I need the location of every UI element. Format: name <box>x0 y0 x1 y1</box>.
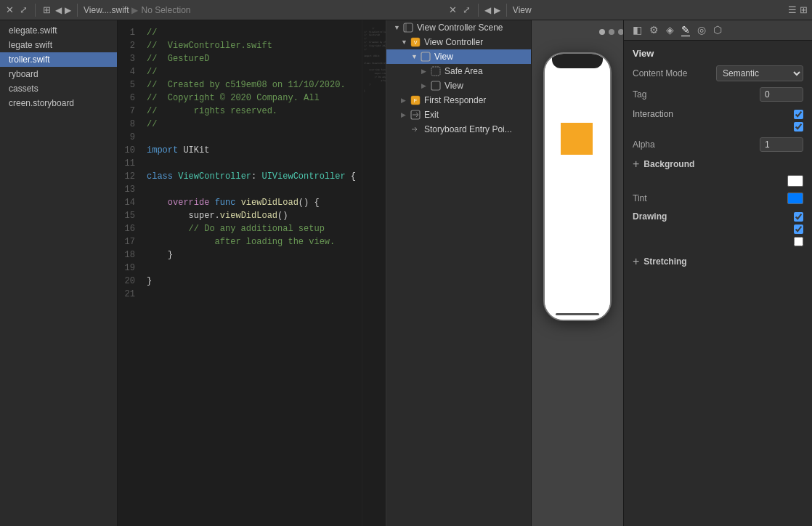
storyboard-breadcrumb-view: View <box>513 5 532 15</box>
storyboard-entry-label: Storyboard Entry Poi... <box>424 124 512 134</box>
stretching-section-header: + Stretching <box>624 251 812 270</box>
code-line-18 <box>141 262 362 275</box>
toolbar-divider3 <box>478 4 479 17</box>
interaction-section-header: Interaction <box>624 105 812 121</box>
tag-input[interactable] <box>760 87 803 102</box>
main-area: elegate.swift legate swift troller.swift… <box>0 20 812 526</box>
alpha-row: Alpha <box>624 134 812 155</box>
icon-safe-area <box>430 66 442 76</box>
tree-item-safe-area[interactable]: ▶ Safe Area <box>386 64 531 78</box>
inspector-title-row: View <box>624 41 812 62</box>
code-content[interactable]: // // ViewController.swift // GestureD /… <box>141 20 362 526</box>
arrow-scene: ▼ <box>394 24 402 31</box>
storyboard-nav-left[interactable]: ◀ <box>484 5 491 15</box>
toolbar-divider4 <box>506 4 507 17</box>
code-line-6: // Copyright © 2020 Company. All <box>141 92 362 105</box>
code-line-15: // Do any additional setup <box>141 222 362 235</box>
tree-item-vc[interactable]: ▼ V View Controller <box>386 35 531 49</box>
drawing-section-label: Drawing <box>633 211 667 222</box>
drawing-checkbox2[interactable] <box>794 224 803 234</box>
inspector-panel: ◧ ⚙ ◈ ✎ ◎ ⬡ View Content Mode Semantic S… <box>623 20 812 526</box>
file-item-cassets[interactable]: cassets <box>0 81 117 96</box>
iphone-home-indicator <box>556 313 599 315</box>
tint-row: Tint <box>624 190 812 207</box>
stretching-plus-btn[interactable]: + <box>633 255 639 268</box>
inspector-tab-identity[interactable]: ◈ <box>666 24 674 36</box>
file-item-screen[interactable]: creen.storyboard <box>0 96 117 110</box>
toolbar-icon-expand[interactable]: ⤢ <box>18 3 29 17</box>
content-mode-row: Content Mode Semantic Scale To Fill Aspe… <box>624 62 812 84</box>
dot-1 <box>599 29 605 35</box>
iphone-notch <box>552 54 603 68</box>
storyboard-nav-right[interactable]: ▶ <box>494 5 500 15</box>
code-line-17: } <box>141 248 362 262</box>
toolbar-divider <box>35 4 36 17</box>
exit-label: Exit <box>424 110 439 120</box>
canvas-area: 9:41 ●●● ▶ 🔋 <box>532 20 623 526</box>
tree-item-first-responder[interactable]: ▶ F First Responder <box>386 93 531 108</box>
tree-item-storyboard-entry[interactable]: Storyboard Entry Poi... <box>386 122 531 137</box>
code-line-21 <box>141 301 362 314</box>
nav-tree-panel: ▼ View Controller Scene ▼ V View Control… <box>386 20 532 526</box>
interaction-checkbox2[interactable] <box>794 122 803 132</box>
icon-exit <box>410 110 421 120</box>
top-toolbar: ✕ ⤢ ⊞ ◀ ▶ View....swift ▶ No Selection ✕… <box>0 0 812 20</box>
content-mode-select[interactable]: Semantic Scale To Fill Aspect Fit Aspect… <box>716 65 803 81</box>
toolbar-icon-nav-right[interactable]: ▶ <box>65 5 71 15</box>
tree-item-view[interactable]: ▼ View <box>386 49 531 64</box>
tree-item-view-sub[interactable]: ▶ View <box>386 78 531 93</box>
file-item-legate[interactable]: legate swift <box>0 38 117 52</box>
background-plus-btn[interactable]: + <box>633 158 639 171</box>
code-editor[interactable]: 1 2 3 4 5 6 7 8 9 10 11 12 13 14 15 16 1… <box>118 20 386 526</box>
svg-rect-6 <box>431 81 440 90</box>
tag-label: Tag <box>633 89 646 100</box>
interaction-row2 <box>624 121 812 134</box>
breadcrumb-file[interactable]: View....swift <box>84 5 129 15</box>
storyboard-icon-list[interactable]: ☰ <box>788 4 797 15</box>
safe-area-label: Safe Area <box>444 66 483 76</box>
breadcrumb-selection: No Selection <box>141 5 190 15</box>
code-line-3: // GestureD <box>141 52 362 65</box>
iphone-device: 9:41 ●●● ▶ 🔋 <box>543 52 612 321</box>
code-line-13: override func viewDidLoad() { <box>141 196 362 209</box>
toolbar-icon-grid[interactable]: ⊞ <box>41 3 52 17</box>
breadcrumb-middle-expand[interactable]: ⤢ <box>461 3 472 17</box>
drawing-row3 <box>624 235 812 251</box>
scene-label: View Controller Scene <box>417 23 503 33</box>
view-label: View <box>434 52 453 62</box>
file-item-ryboard[interactable]: ryboard <box>0 67 117 81</box>
inspector-tab-conn[interactable]: ⬡ <box>713 24 722 36</box>
inspector-tab-size[interactable]: ◎ <box>697 24 706 36</box>
code-line-9: import UIKit <box>141 144 362 157</box>
toolbar-icon-x[interactable]: ✕ <box>4 3 15 17</box>
stretching-section-label: Stretching <box>643 256 686 267</box>
inspector-tab-file[interactable]: ◧ <box>633 24 642 36</box>
tree-item-exit[interactable]: ▶ Exit <box>386 108 531 122</box>
file-item-elegate[interactable]: elegate.swift <box>0 23 117 38</box>
inspector-title: View <box>633 48 654 59</box>
toolbar-divider2 <box>77 4 78 17</box>
code-line-8 <box>141 131 362 144</box>
storyboard-icon-grid2[interactable]: ⊞ <box>800 4 808 15</box>
inspector-tab-attr[interactable]: ✎ <box>681 24 690 36</box>
background-section-header: + Background <box>624 155 812 172</box>
minimap: //// ViewController.swift// GestureD////… <box>362 20 386 526</box>
alpha-input[interactable] <box>760 137 803 152</box>
file-item-troller[interactable]: troller.swift <box>0 52 117 67</box>
interaction-checkbox[interactable] <box>794 110 803 119</box>
code-line-14: super.viewDidLoad() <box>141 209 362 222</box>
bg-color-swatch[interactable] <box>787 175 803 187</box>
inspector-tab-quick[interactable]: ⚙ <box>649 24 659 36</box>
background-color-row <box>624 172 812 190</box>
drawing-checkbox3[interactable] <box>794 237 803 246</box>
breadcrumb-middle-x[interactable]: ✕ <box>447 3 458 17</box>
toolbar-icon-nav-left[interactable]: ◀ <box>55 5 62 15</box>
arrow-view-sub: ▶ <box>421 82 430 89</box>
tree-item-scene[interactable]: ▼ View Controller Scene <box>386 20 531 35</box>
view-sub-label: View <box>444 81 463 91</box>
drawing-checkbox1[interactable] <box>794 212 803 222</box>
code-line-16: after loading the view. <box>141 235 362 248</box>
tint-color-swatch[interactable] <box>787 193 803 204</box>
code-line-1: // <box>141 26 362 39</box>
vc-label: View Controller <box>424 37 483 47</box>
